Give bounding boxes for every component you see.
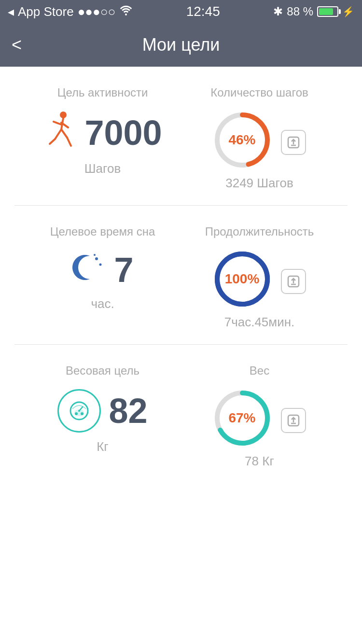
- activity-right-value: 3249 Шагов: [225, 176, 293, 191]
- activity-circle: 46%: [213, 111, 271, 169]
- weight-value: 82: [109, 391, 147, 431]
- walk-icon: [43, 111, 77, 154]
- scale-icon: [57, 389, 101, 433]
- sleep-left: Целевое время сна 7 час.: [24, 225, 181, 311]
- sleep-percent-label: 100%: [225, 271, 260, 287]
- svg-line-2: [54, 122, 61, 125]
- sleep-row: Целевое время сна 7 час.: [24, 225, 338, 330]
- sleep-icon-row: 7: [71, 250, 133, 290]
- nav-bar: < Мои цели: [0, 23, 362, 67]
- activity-unit: Шагов: [84, 161, 121, 176]
- charging-icon: ⚡: [342, 6, 354, 17]
- activity-right: Количество шагов 46%: [181, 86, 338, 191]
- page-title: Мои цели: [142, 35, 220, 55]
- svg-line-7: [67, 138, 71, 146]
- sleep-right-title: Продолжительность: [205, 225, 314, 238]
- weight-right-value: 78 Кг: [245, 454, 274, 469]
- status-bar: ◂ App Store ●●●○○ 12:45 ✱ 88 % ⚡: [0, 0, 362, 23]
- svg-line-6: [61, 129, 67, 138]
- bluetooth-icon: ✱: [273, 5, 283, 18]
- svg-line-5: [50, 139, 55, 144]
- sleep-section: Целевое время сна 7 час.: [0, 206, 362, 344]
- status-left: ◂ App Store ●●●○○: [8, 4, 133, 19]
- weight-icon-row: 82: [57, 389, 147, 433]
- signal-dots: ●●●○○: [78, 4, 116, 19]
- activity-icon-row: 7000: [43, 111, 162, 154]
- wifi-icon: [119, 4, 133, 19]
- activity-export-button[interactable]: [281, 130, 306, 155]
- status-right: ✱ 88 % ⚡: [273, 5, 354, 18]
- content: Цель активности: [0, 67, 362, 483]
- svg-point-0: [60, 112, 67, 118]
- weight-unit: Кг: [97, 439, 109, 454]
- weight-percent-label: 67%: [228, 410, 255, 426]
- activity-value: 7000: [84, 113, 162, 153]
- battery-icon: [317, 6, 338, 17]
- activity-row: Цель активности: [24, 86, 338, 191]
- weight-right-title: Вес: [250, 364, 269, 378]
- battery-percentage: 88 %: [287, 5, 313, 18]
- sleep-right-body: 100%: [213, 250, 306, 308]
- activity-section: Цель активности: [0, 67, 362, 205]
- svg-point-26: [78, 410, 80, 412]
- sleep-right: Продолжительность 100%: [181, 225, 338, 330]
- weight-right: Вес 67%: [181, 364, 338, 469]
- svg-line-4: [55, 129, 61, 139]
- back-arrow-status: ◂: [8, 4, 14, 19]
- weight-left-title: Весовая цель: [66, 364, 139, 378]
- weight-section: Весовая цель: [0, 345, 362, 483]
- sleep-unit: час.: [91, 296, 114, 311]
- weight-circle: 67%: [213, 389, 271, 447]
- sleep-export-button[interactable]: [281, 269, 306, 294]
- sleep-left-title: Целевое время сна: [50, 225, 155, 238]
- sleep-value: 7: [114, 250, 133, 290]
- svg-point-24: [81, 412, 84, 415]
- weight-export-button[interactable]: [281, 408, 306, 433]
- weight-right-body: 67%: [213, 389, 306, 447]
- activity-right-title: Количество шагов: [210, 86, 308, 99]
- activity-right-body: 46%: [213, 111, 306, 169]
- weight-row: Весовая цель: [24, 364, 338, 469]
- carrier-label: App Store: [18, 4, 74, 19]
- sleep-right-value: 7час.45мин.: [224, 315, 295, 330]
- activity-left: Цель активности: [24, 86, 181, 176]
- svg-point-15: [94, 254, 96, 256]
- weight-left: Весовая цель: [24, 364, 181, 454]
- activity-left-title: Цель активности: [57, 86, 148, 99]
- svg-point-13: [95, 257, 98, 260]
- activity-percent-label: 46%: [228, 132, 255, 148]
- svg-point-23: [75, 412, 78, 415]
- back-button[interactable]: <: [12, 35, 22, 55]
- svg-point-14: [99, 264, 102, 266]
- sleep-circle: 100%: [213, 250, 271, 308]
- moon-icon: [71, 250, 106, 290]
- time-label: 12:45: [186, 4, 220, 19]
